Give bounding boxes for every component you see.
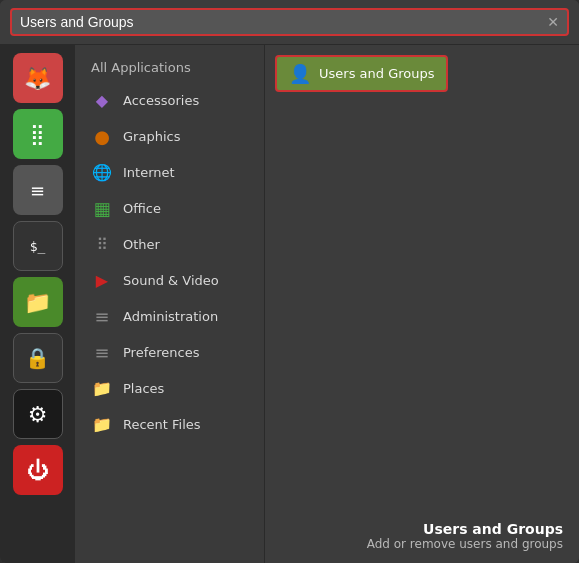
internet-label: Internet [123, 165, 175, 180]
sidebar-icon-lock[interactable]: 🔒 [13, 333, 63, 383]
search-input-wrapper[interactable]: ✕ [10, 8, 569, 36]
sidebar-icon-firefox[interactable]: 🦊 [13, 53, 63, 103]
sound-video-label: Sound & Video [123, 273, 219, 288]
sidebar-icon-apps[interactable]: ⣿ [13, 109, 63, 159]
other-icon: ⠿ [91, 233, 113, 255]
sidebar-icon-gear[interactable]: ⚙ [13, 389, 63, 439]
graphics-icon: ● [91, 125, 113, 147]
preferences-label: Preferences [123, 345, 199, 360]
office-icon: ▦ [91, 197, 113, 219]
sidebar-item-graphics[interactable]: ● Graphics [75, 118, 264, 154]
xsplash-icon: ≡ [30, 180, 45, 201]
sidebar-item-accessories[interactable]: ◆ Accessories [75, 82, 264, 118]
files-icon: 📁 [24, 290, 51, 315]
users-groups-label: Users and Groups [319, 66, 434, 81]
sidebar-item-recent-files[interactable]: 📁 Recent Files [75, 406, 264, 442]
left-panel: All Applications ◆ Accessories ● Graphic… [75, 45, 265, 563]
places-label: Places [123, 381, 164, 396]
preferences-icon: ≡ [91, 341, 113, 363]
description-subtitle: Add or remove users and groups [367, 537, 563, 551]
sidebar: 🦊 ⣿ ≡ $_ 📁 🔒 ⚙ ⏻ [0, 45, 75, 563]
search-input[interactable] [20, 14, 543, 30]
search-bar: ✕ [0, 0, 579, 45]
description-title: Users and Groups [367, 521, 563, 537]
result-item-users-and-groups[interactable]: 👤 Users and Groups [275, 55, 448, 92]
sidebar-item-office[interactable]: ▦ Office [75, 190, 264, 226]
internet-icon: 🌐 [91, 161, 113, 183]
apps-icon: ⣿ [30, 122, 45, 146]
gear-icon: ⚙ [28, 402, 48, 427]
sound-video-icon: ▶ [91, 269, 113, 291]
firefox-icon: 🦊 [24, 66, 51, 91]
main-content: 🦊 ⣿ ≡ $_ 📁 🔒 ⚙ ⏻ [0, 45, 579, 563]
recent-files-label: Recent Files [123, 417, 201, 432]
sidebar-item-preferences[interactable]: ≡ Preferences [75, 334, 264, 370]
search-results: 👤 Users and Groups [275, 55, 569, 92]
sidebar-icon-power[interactable]: ⏻ [13, 445, 63, 495]
power-icon: ⏻ [27, 458, 49, 483]
sidebar-item-sound-video[interactable]: ▶ Sound & Video [75, 262, 264, 298]
accessories-label: Accessories [123, 93, 199, 108]
search-clear-button[interactable]: ✕ [547, 14, 559, 30]
office-label: Office [123, 201, 161, 216]
sidebar-item-other[interactable]: ⠿ Other [75, 226, 264, 262]
places-icon: 📁 [91, 377, 113, 399]
sidebar-item-places[interactable]: 📁 Places [75, 370, 264, 406]
other-label: Other [123, 237, 160, 252]
app-window: ✕ 🦊 ⣿ ≡ $_ 📁 🔒 ⚙ [0, 0, 579, 563]
all-applications-label: All Applications [75, 53, 264, 82]
accessories-icon: ◆ [91, 89, 113, 111]
description-footer: Users and Groups Add or remove users and… [367, 521, 563, 551]
terminal-icon: $_ [30, 239, 46, 254]
sidebar-item-internet[interactable]: 🌐 Internet [75, 154, 264, 190]
graphics-label: Graphics [123, 129, 180, 144]
sidebar-icon-xsplash[interactable]: ≡ [13, 165, 63, 215]
administration-label: Administration [123, 309, 218, 324]
sidebar-item-administration[interactable]: ≡ Administration [75, 298, 264, 334]
sidebar-icon-terminal[interactable]: $_ [13, 221, 63, 271]
lock-icon: 🔒 [25, 346, 50, 370]
right-panel: 👤 Users and Groups Users and Groups Add … [265, 45, 579, 563]
sidebar-icon-files[interactable]: 📁 [13, 277, 63, 327]
users-groups-icon: 👤 [289, 63, 311, 84]
administration-icon: ≡ [91, 305, 113, 327]
recent-files-icon: 📁 [91, 413, 113, 435]
